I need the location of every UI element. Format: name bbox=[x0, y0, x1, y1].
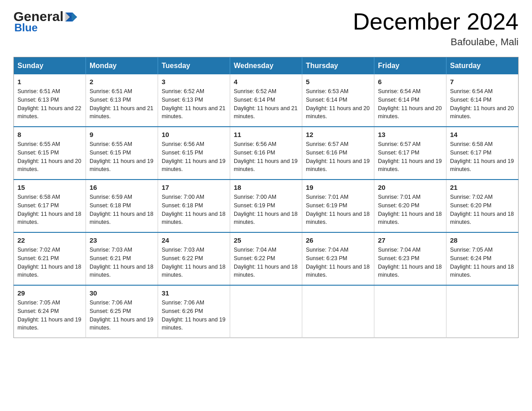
sunset-label: Sunset: 6:13 PM bbox=[90, 97, 131, 103]
day-cell: 10 Sunrise: 6:56 AM Sunset: 6:15 PM Dayl… bbox=[158, 127, 230, 180]
page-header: General Blue December 2024 Bafoulabe, Ma… bbox=[13, 9, 519, 48]
day-number: 4 bbox=[234, 78, 298, 86]
sunrise-label: Sunrise: 6:55 AM bbox=[17, 141, 60, 147]
calendar-header-row: SundayMondayTuesdayWednesdayThursdayFrid… bbox=[14, 57, 519, 75]
day-cell: 30 Sunrise: 7:06 AM Sunset: 6:25 PM Dayl… bbox=[86, 285, 158, 338]
sunset-label: Sunset: 6:21 PM bbox=[17, 255, 59, 261]
day-number: 6 bbox=[378, 78, 442, 86]
sunset-label: Sunset: 6:17 PM bbox=[17, 202, 59, 209]
day-cell: 31 Sunrise: 7:06 AM Sunset: 6:26 PM Dayl… bbox=[158, 285, 230, 338]
logo-blue-text: Blue bbox=[14, 21, 38, 34]
daylight-label: Daylight: 11 hours and 20 minutes. bbox=[306, 105, 369, 120]
sunset-label: Sunset: 6:26 PM bbox=[162, 308, 203, 314]
day-info: Sunrise: 6:55 AM Sunset: 6:15 PM Dayligh… bbox=[90, 140, 154, 174]
day-info: Sunrise: 6:58 AM Sunset: 6:17 PM Dayligh… bbox=[17, 193, 82, 227]
daylight-label: Daylight: 11 hours and 21 minutes. bbox=[234, 105, 297, 120]
sunrise-label: Sunrise: 6:57 AM bbox=[306, 141, 348, 147]
week-row-2: 8 Sunrise: 6:55 AM Sunset: 6:15 PM Dayli… bbox=[14, 127, 519, 180]
day-number: 2 bbox=[90, 78, 154, 86]
day-cell: 4 Sunrise: 6:52 AM Sunset: 6:14 PM Dayli… bbox=[230, 74, 302, 127]
sunrise-label: Sunrise: 6:53 AM bbox=[306, 88, 348, 94]
sunrise-label: Sunrise: 7:04 AM bbox=[234, 247, 276, 253]
sunset-label: Sunset: 6:13 PM bbox=[17, 97, 59, 103]
sunset-label: Sunset: 6:15 PM bbox=[90, 150, 131, 156]
day-info: Sunrise: 6:57 AM Sunset: 6:16 PM Dayligh… bbox=[306, 140, 370, 174]
day-cell: 14 Sunrise: 6:58 AM Sunset: 6:17 PM Dayl… bbox=[446, 127, 519, 180]
sunset-label: Sunset: 6:14 PM bbox=[378, 97, 419, 103]
daylight-label: Daylight: 11 hours and 18 minutes. bbox=[234, 211, 297, 226]
sunrise-label: Sunrise: 6:51 AM bbox=[17, 88, 60, 94]
day-number: 22 bbox=[17, 236, 82, 244]
sunrise-label: Sunrise: 6:52 AM bbox=[234, 88, 276, 94]
sunrise-label: Sunrise: 7:01 AM bbox=[306, 194, 348, 200]
sunrise-label: Sunrise: 7:06 AM bbox=[90, 300, 132, 306]
sunrise-label: Sunrise: 7:04 AM bbox=[306, 247, 348, 253]
day-cell: 5 Sunrise: 6:53 AM Sunset: 6:14 PM Dayli… bbox=[302, 74, 374, 127]
sunrise-label: Sunrise: 7:00 AM bbox=[162, 194, 204, 200]
daylight-label: Daylight: 11 hours and 19 minutes. bbox=[378, 158, 442, 173]
day-cell bbox=[446, 285, 519, 338]
day-info: Sunrise: 6:52 AM Sunset: 6:14 PM Dayligh… bbox=[234, 87, 298, 121]
day-info: Sunrise: 7:04 AM Sunset: 6:23 PM Dayligh… bbox=[306, 246, 370, 279]
sunrise-label: Sunrise: 6:54 AM bbox=[378, 88, 420, 94]
day-info: Sunrise: 7:05 AM Sunset: 6:24 PM Dayligh… bbox=[17, 299, 82, 332]
day-cell: 20 Sunrise: 7:01 AM Sunset: 6:20 PM Dayl… bbox=[374, 180, 446, 232]
sunset-label: Sunset: 6:24 PM bbox=[17, 308, 59, 314]
daylight-label: Daylight: 11 hours and 19 minutes. bbox=[450, 158, 514, 173]
day-number: 11 bbox=[234, 131, 298, 138]
daylight-label: Daylight: 11 hours and 19 minutes. bbox=[306, 158, 369, 173]
sunset-label: Sunset: 6:15 PM bbox=[162, 150, 203, 156]
day-cell: 19 Sunrise: 7:01 AM Sunset: 6:19 PM Dayl… bbox=[302, 180, 374, 232]
daylight-label: Daylight: 11 hours and 20 minutes. bbox=[17, 158, 81, 173]
day-number: 18 bbox=[234, 184, 298, 191]
sunrise-label: Sunrise: 6:55 AM bbox=[90, 141, 132, 147]
day-info: Sunrise: 6:54 AM Sunset: 6:14 PM Dayligh… bbox=[450, 87, 515, 121]
daylight-label: Daylight: 11 hours and 19 minutes. bbox=[90, 317, 153, 331]
daylight-label: Daylight: 11 hours and 18 minutes. bbox=[378, 211, 442, 226]
day-info: Sunrise: 6:59 AM Sunset: 6:18 PM Dayligh… bbox=[90, 193, 154, 227]
sunset-label: Sunset: 6:13 PM bbox=[162, 97, 203, 103]
day-number: 19 bbox=[306, 184, 370, 191]
day-info: Sunrise: 7:01 AM Sunset: 6:20 PM Dayligh… bbox=[378, 193, 442, 227]
day-cell: 12 Sunrise: 6:57 AM Sunset: 6:16 PM Dayl… bbox=[302, 127, 374, 180]
daylight-label: Daylight: 11 hours and 20 minutes. bbox=[378, 105, 442, 120]
day-info: Sunrise: 7:06 AM Sunset: 6:26 PM Dayligh… bbox=[162, 299, 226, 332]
day-number: 31 bbox=[162, 289, 226, 297]
header-cell-friday: Friday bbox=[374, 57, 446, 75]
sunrise-label: Sunrise: 7:05 AM bbox=[450, 247, 493, 253]
sunset-label: Sunset: 6:22 PM bbox=[162, 255, 203, 261]
day-number: 23 bbox=[90, 236, 154, 244]
day-info: Sunrise: 7:00 AM Sunset: 6:19 PM Dayligh… bbox=[234, 193, 298, 227]
day-info: Sunrise: 6:57 AM Sunset: 6:17 PM Dayligh… bbox=[378, 140, 442, 174]
sunset-label: Sunset: 6:14 PM bbox=[450, 97, 491, 103]
week-row-3: 15 Sunrise: 6:58 AM Sunset: 6:17 PM Dayl… bbox=[14, 180, 519, 232]
sunrise-label: Sunrise: 6:54 AM bbox=[450, 88, 493, 94]
day-cell bbox=[374, 285, 446, 338]
day-cell: 6 Sunrise: 6:54 AM Sunset: 6:14 PM Dayli… bbox=[374, 74, 446, 127]
daylight-label: Daylight: 11 hours and 20 minutes. bbox=[450, 105, 514, 120]
daylight-label: Daylight: 11 hours and 19 minutes. bbox=[234, 158, 297, 173]
sunset-label: Sunset: 6:18 PM bbox=[162, 202, 203, 209]
sunset-label: Sunset: 6:19 PM bbox=[234, 202, 275, 209]
day-info: Sunrise: 7:05 AM Sunset: 6:24 PM Dayligh… bbox=[450, 246, 515, 279]
day-cell: 8 Sunrise: 6:55 AM Sunset: 6:15 PM Dayli… bbox=[14, 127, 86, 180]
day-cell: 2 Sunrise: 6:51 AM Sunset: 6:13 PM Dayli… bbox=[86, 74, 158, 127]
calendar-table: SundayMondayTuesdayWednesdayThursdayFrid… bbox=[13, 57, 519, 338]
sunset-label: Sunset: 6:24 PM bbox=[450, 255, 491, 261]
daylight-label: Daylight: 11 hours and 18 minutes. bbox=[90, 211, 153, 226]
day-cell: 11 Sunrise: 6:56 AM Sunset: 6:16 PM Dayl… bbox=[230, 127, 302, 180]
week-row-4: 22 Sunrise: 7:02 AM Sunset: 6:21 PM Dayl… bbox=[14, 232, 519, 285]
sunrise-label: Sunrise: 6:58 AM bbox=[17, 194, 60, 200]
day-info: Sunrise: 6:56 AM Sunset: 6:16 PM Dayligh… bbox=[234, 140, 298, 174]
day-cell: 17 Sunrise: 7:00 AM Sunset: 6:18 PM Dayl… bbox=[158, 180, 230, 232]
day-number: 5 bbox=[306, 78, 370, 86]
sunrise-label: Sunrise: 7:03 AM bbox=[162, 247, 204, 253]
daylight-label: Daylight: 11 hours and 21 minutes. bbox=[90, 105, 153, 120]
sunset-label: Sunset: 6:17 PM bbox=[450, 150, 491, 156]
sunrise-label: Sunrise: 7:05 AM bbox=[17, 300, 60, 306]
sunset-label: Sunset: 6:20 PM bbox=[378, 202, 419, 209]
sunrise-label: Sunrise: 6:56 AM bbox=[162, 141, 204, 147]
day-info: Sunrise: 6:58 AM Sunset: 6:17 PM Dayligh… bbox=[450, 140, 515, 174]
sunset-label: Sunset: 6:21 PM bbox=[90, 255, 131, 261]
sunset-label: Sunset: 6:25 PM bbox=[90, 308, 131, 314]
